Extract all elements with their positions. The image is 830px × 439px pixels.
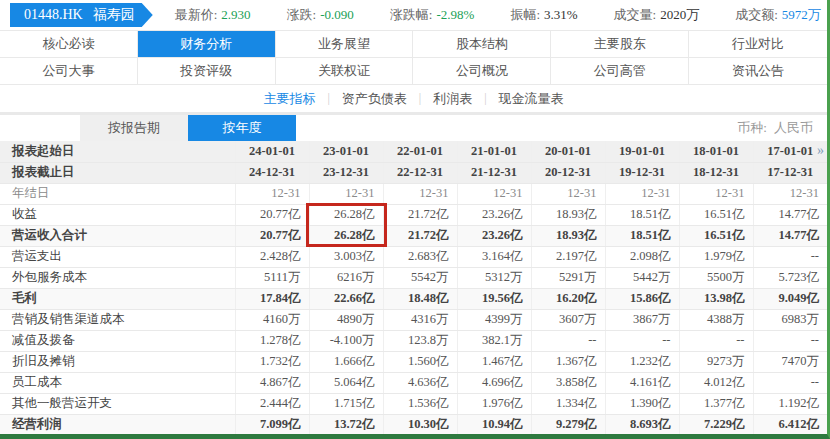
- quote-field-value: 3.31%: [544, 7, 578, 22]
- quote-field-label: 振幅:: [510, 7, 540, 22]
- table-cell: 2.428亿: [235, 246, 309, 267]
- table-cell: 12-31: [679, 183, 753, 204]
- table-cell: 2.197亿: [531, 246, 605, 267]
- subnav-separator: |: [419, 91, 421, 106]
- table-cell: 4.012亿: [679, 372, 753, 393]
- row-label: 外包服务成本: [0, 267, 235, 288]
- table-cell: 26.28亿: [309, 204, 383, 225]
- table-cell: 12-31: [753, 183, 827, 204]
- subnav-item-2[interactable]: 资产负债表: [342, 90, 407, 108]
- table-cell: --: [679, 330, 753, 351]
- table-row: 经营利润7.099亿13.72亿10.30亿10.94亿9.279亿8.693亿…: [0, 414, 827, 435]
- table-cell: 12-31: [235, 183, 309, 204]
- table-cell: --: [753, 330, 827, 351]
- table-cell: 5291万: [531, 267, 605, 288]
- table-cell: 5.064亿: [309, 372, 383, 393]
- quote-field-label: 涨跌幅:: [390, 7, 433, 22]
- table-cell: 1.467亿: [457, 351, 531, 372]
- table-cell: 13.98亿: [679, 288, 753, 309]
- table-cell: 19.56亿: [457, 288, 531, 309]
- table-cell: 6983万: [753, 309, 827, 330]
- expand-columns-icon[interactable]: »: [817, 144, 824, 158]
- table-row: 报表截止日24-12-3123-12-3122-12-3121-12-3120-…: [0, 162, 827, 183]
- table-cell: 20-01-01: [531, 141, 605, 162]
- row-label: 营运支出: [0, 246, 235, 267]
- nav-tab-8[interactable]: 投资评级: [138, 58, 276, 85]
- quote-fields: 最新价:2.930涨跌:-0.090涨跌幅:-2.98%振幅:3.31%成交量:…: [175, 6, 821, 24]
- row-label: 减值及拨备: [0, 330, 235, 351]
- table-cell: 5111万: [235, 267, 309, 288]
- table-cell: 21.72亿: [383, 204, 457, 225]
- table-cell: 4316万: [383, 309, 457, 330]
- table-cell: 9273万: [679, 351, 753, 372]
- nav-tab-5[interactable]: 主要股东: [551, 31, 689, 58]
- table-cell: 19-12-31: [605, 162, 679, 183]
- table-cell: --: [605, 330, 679, 351]
- table-cell: 12-31: [383, 183, 457, 204]
- row-label: 员工成本: [0, 372, 235, 393]
- quote-field-label: 成交额:: [735, 7, 778, 22]
- table-row: 减值及拨备1.278亿-4.100万123.8万382.1万--------: [0, 330, 827, 351]
- table-cell: 5500万: [679, 267, 753, 288]
- subnav-item-1[interactable]: 主要指标: [263, 90, 315, 108]
- table-cell: 1.278亿: [235, 330, 309, 351]
- nav-tab-2[interactable]: 财务分析: [138, 31, 276, 58]
- nav-tab-12[interactable]: 资讯公告: [689, 58, 827, 85]
- table-cell: 10.94亿: [457, 414, 531, 435]
- table-cell: 14.77亿: [753, 204, 827, 225]
- nav-tab-6[interactable]: 行业对比: [689, 31, 827, 58]
- table-cell: 3867万: [605, 309, 679, 330]
- table-cell: 13.72亿: [309, 414, 383, 435]
- table-cell: 12-31: [309, 183, 383, 204]
- table-cell: 16.20亿: [531, 288, 605, 309]
- table-cell: 16.51亿: [679, 204, 753, 225]
- table-cell: 1.732亿: [235, 351, 309, 372]
- quote-field-value: 2020万: [660, 7, 699, 22]
- table-cell: 1.715亿: [309, 393, 383, 414]
- quote-field-value: -2.98%: [436, 7, 474, 22]
- table-cell: 1.367亿: [531, 351, 605, 372]
- table-cell: 2.683亿: [383, 246, 457, 267]
- table-cell: 1.377亿: [679, 393, 753, 414]
- nav-tab-11[interactable]: 公司高管: [551, 58, 689, 85]
- stock-code: 01448.HK: [24, 7, 83, 23]
- table-cell: --: [753, 372, 827, 393]
- nav-tab-3[interactable]: 业务展望: [276, 31, 414, 58]
- table-cell: 21.72亿: [383, 225, 457, 246]
- table-cell: 1.536亿: [383, 393, 457, 414]
- table-cell: 7470万: [753, 351, 827, 372]
- table-cell: --: [531, 330, 605, 351]
- nav-tab-9[interactable]: 关联权证: [276, 58, 414, 85]
- table-cell: 3.164亿: [457, 246, 531, 267]
- table-cell: 5.723亿: [753, 267, 827, 288]
- table-cell: 6216万: [309, 267, 383, 288]
- table-cell: 4388万: [679, 309, 753, 330]
- subnav-item-3[interactable]: 利润表: [433, 90, 472, 108]
- nav-tab-10[interactable]: 公司概况: [413, 58, 551, 85]
- table-cell: 20-12-31: [531, 162, 605, 183]
- nav-tab-4[interactable]: 股本结构: [413, 31, 551, 58]
- subnav-separator: |: [327, 91, 329, 106]
- table-cell: 23.26亿: [457, 204, 531, 225]
- period-tab-2[interactable]: 按年度: [188, 115, 296, 141]
- table-cell: 20.77亿: [235, 225, 309, 246]
- period-toolbar: 按报告期按年度 币种: 人民币: [0, 115, 827, 141]
- quote-field: 成交量:2020万: [614, 6, 700, 24]
- row-label: 年结日: [0, 183, 235, 204]
- table-cell: 19-01-01: [605, 141, 679, 162]
- financial-table: 报表起始日24-01-0123-01-0122-01-0121-01-0120-…: [0, 141, 827, 436]
- subnav-item-4[interactable]: 现金流量表: [499, 90, 564, 108]
- quote-field-value: -0.090: [320, 7, 354, 22]
- period-tabs: 按报告期按年度: [80, 115, 296, 141]
- table-row: 员工成本4.867亿5.064亿4.636亿4.696亿3.858亿4.161亿…: [0, 372, 827, 393]
- table-cell: 12-31: [531, 183, 605, 204]
- table-cell: 12-31: [457, 183, 531, 204]
- table-cell: 4.636亿: [383, 372, 457, 393]
- table-cell: 4.161亿: [605, 372, 679, 393]
- table-cell: 23.26亿: [457, 225, 531, 246]
- nav-tab-1[interactable]: 核心必读: [0, 31, 138, 58]
- nav-tab-7[interactable]: 公司大事: [0, 58, 138, 85]
- table-cell: --: [753, 246, 827, 267]
- period-tab-1[interactable]: 按报告期: [80, 115, 188, 141]
- quote-field-label: 涨跌:: [287, 7, 317, 22]
